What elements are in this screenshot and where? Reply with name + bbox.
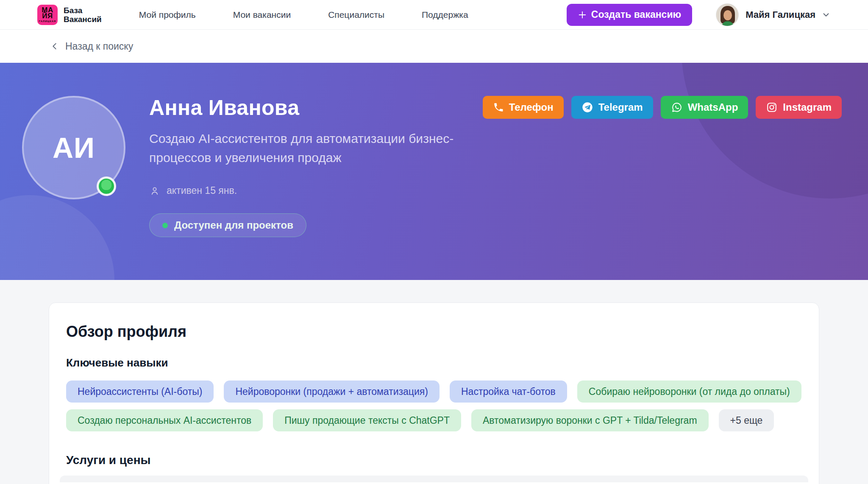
nav-item-my-vacancies[interactable]: Мои вакансии [233, 10, 291, 20]
service-row-partial [60, 476, 808, 482]
more-skills-chip[interactable]: +5 еще [719, 409, 774, 431]
skill-chip: Пишу продающие тексты с ChatGPT [273, 409, 461, 431]
skill-chip: Собираю нейроворонки (от лида до оплаты) [577, 380, 801, 403]
whatsapp-button[interactable]: WhatsApp [661, 96, 748, 119]
nav-item-my-profile[interactable]: Мой профиль [139, 10, 196, 20]
contact-buttons: Телефон Telegram WhatsAp [483, 96, 842, 119]
top-header: МА ЙЯ ГАЛИЦКАЯ База Вакансий Мой профиль… [0, 0, 868, 30]
profile-subtitle: Создаю AI-ассистентов для автоматизации … [149, 129, 483, 167]
green-dot-icon [162, 223, 168, 228]
profile-overview-card: Обзор профиля Ключевые навыки Нейроассис… [49, 302, 819, 484]
chevron-left-icon [50, 42, 59, 51]
logo-title: База Вакансий [64, 6, 102, 24]
chevron-down-icon [821, 10, 831, 20]
services-section-title: Услуги и цены [66, 453, 802, 467]
last-active-row: активен 15 янв. [149, 185, 483, 196]
person-icon [149, 185, 160, 196]
online-status-dot [97, 176, 116, 196]
telegram-icon [581, 101, 593, 113]
breadcrumb-bar: Назад к поиску [0, 30, 868, 63]
phone-icon [493, 102, 504, 113]
whatsapp-icon [671, 101, 683, 113]
skill-chip: Создаю персональных AI-ассистентов [66, 409, 263, 431]
availability-badge: Доступен для проектов [149, 213, 306, 237]
profile-avatar: АИ [22, 96, 125, 199]
logo-mark: МА ЙЯ ГАЛИЦКАЯ [37, 5, 58, 25]
telegram-button[interactable]: Telegram [571, 96, 653, 119]
skill-chip: Нейроворонки (продажи + автоматизация) [224, 380, 440, 403]
header-right: Создать вакансию Майя Галицкая [567, 3, 831, 26]
card-title: Обзор профиля [66, 322, 802, 341]
back-to-search-link[interactable]: Назад к поиску [50, 41, 133, 52]
plus-icon [578, 10, 587, 20]
nav-item-support[interactable]: Поддержка [422, 10, 468, 20]
profile-hero: АИ Анна Иванова Создаю AI-ассистентов дл… [0, 63, 868, 280]
main-content: Обзор профиля Ключевые навыки Нейроассис… [0, 280, 868, 484]
create-vacancy-button[interactable]: Создать вакансию [567, 4, 692, 26]
skills-chip-list: Нейроассистенты (AI-боты) Нейроворонки (… [66, 380, 802, 431]
site-logo[interactable]: МА ЙЯ ГАЛИЦКАЯ База Вакансий [37, 5, 102, 25]
skill-chip: Нейроассистенты (AI-боты) [66, 380, 214, 403]
skill-chip: Автоматизирую воронки с GPT + Tilda/Tele… [471, 409, 709, 431]
nav-item-specialists[interactable]: Специалисты [328, 10, 384, 20]
logo-mark-line2: ЙЯ [42, 13, 53, 19]
skills-section-title: Ключевые навыки [66, 356, 802, 369]
phone-button[interactable]: Телефон [483, 96, 564, 119]
user-name: Майя Галицкая [746, 9, 815, 20]
last-active-text: активен 15 янв. [167, 185, 237, 196]
avatar [716, 3, 739, 26]
profile-name: Анна Иванова [149, 96, 483, 120]
skill-chip: Настройка чат-ботов [450, 380, 567, 403]
logo-mark-caption: ГАЛИЦКАЯ [39, 20, 56, 22]
main-nav: Мой профиль Мои вакансии Специалисты Под… [139, 10, 468, 20]
user-menu[interactable]: Майя Галицкая [716, 3, 831, 26]
instagram-icon [766, 101, 778, 113]
instagram-button[interactable]: Instagram [756, 96, 842, 119]
